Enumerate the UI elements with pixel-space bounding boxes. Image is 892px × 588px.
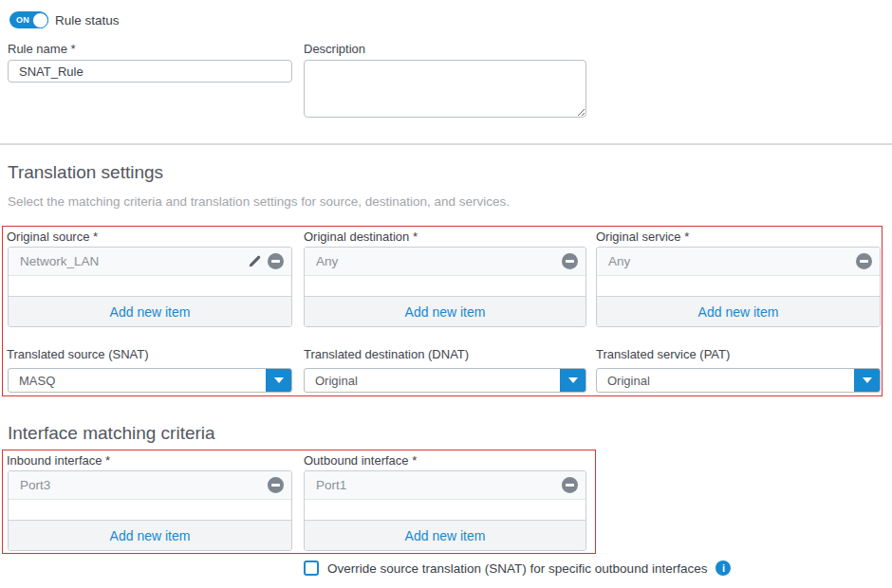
list-item: Network_LAN [9, 248, 291, 276]
interface-matching-heading: Interface matching criteria [8, 423, 215, 444]
outbound-interface-listbox: Port1 Add new item [304, 470, 586, 551]
add-new-item-label: Add new item [698, 304, 779, 320]
chevron-down-icon[interactable] [266, 369, 291, 392]
list-item-label: Any [608, 254, 856, 268]
description-field[interactable] [304, 60, 586, 118]
rule-status-label: Rule status [55, 13, 120, 28]
rule-name-label: Rule name * [8, 42, 76, 56]
list-item-label: Port3 [20, 478, 268, 492]
list-item: Port1 [305, 471, 585, 500]
override-snat-checkbox[interactable] [304, 560, 319, 576]
translated-service-value: Original [597, 374, 854, 388]
remove-icon[interactable] [268, 253, 284, 269]
add-new-item-label: Add new item [110, 304, 191, 320]
original-destination-label: Original destination * [304, 230, 418, 244]
snat-rule-form: ON Rule status Rule name * Description T… [0, 0, 892, 588]
add-new-item-button[interactable]: Add new item [597, 296, 880, 326]
translated-destination-select[interactable]: Original [304, 368, 586, 393]
rule-status-row: ON Rule status [9, 11, 120, 28]
rule-name-field[interactable] [8, 60, 292, 83]
info-icon[interactable]: i [715, 560, 731, 576]
original-source-listbox: Network_LAN Add new item [8, 247, 292, 327]
translated-service-label: Translated service (PAT) [596, 347, 730, 361]
listbox-empty-area [597, 276, 880, 296]
remove-icon[interactable] [268, 477, 284, 493]
rule-status-toggle[interactable]: ON [9, 11, 48, 28]
remove-icon[interactable] [562, 477, 578, 493]
original-service-listbox: Any Add new item [596, 247, 881, 327]
description-label: Description [304, 42, 365, 56]
listbox-empty-area [9, 276, 291, 296]
outbound-interface-label: Outbound interface * [304, 453, 417, 468]
toggle-knob [32, 12, 48, 28]
add-new-item-label: Add new item [405, 304, 486, 320]
original-destination-listbox: Any Add new item [304, 247, 586, 327]
inbound-interface-listbox: Port3 Add new item [8, 470, 292, 551]
remove-icon[interactable] [562, 253, 578, 269]
translated-service-select[interactable]: Original [596, 368, 881, 393]
original-source-label: Original source * [7, 230, 98, 244]
listbox-empty-area [305, 500, 585, 520]
translation-settings-heading: Translation settings [8, 162, 163, 183]
translated-source-value: MASQ [9, 374, 266, 388]
override-snat-row: Override source translation (SNAT) for s… [304, 560, 731, 576]
override-snat-label: Override source translation (SNAT) for s… [327, 561, 707, 576]
translation-settings-subtitle: Select the matching criteria and transla… [8, 194, 510, 209]
toggle-on-label: ON [16, 15, 29, 25]
list-item: Any [597, 248, 880, 276]
add-new-item-button[interactable]: Add new item [9, 296, 291, 326]
add-new-item-button[interactable]: Add new item [305, 520, 585, 550]
list-item-label: Port1 [316, 478, 562, 492]
list-item: Port3 [9, 471, 291, 500]
translated-destination-label: Translated destination (DNAT) [304, 347, 469, 361]
listbox-empty-area [9, 500, 291, 520]
section-divider [0, 143, 892, 145]
list-item-label: Network_LAN [20, 254, 247, 268]
list-item-label: Any [316, 254, 562, 268]
chevron-down-icon[interactable] [854, 369, 880, 392]
remove-icon[interactable] [856, 253, 872, 269]
listbox-empty-area [305, 276, 585, 296]
list-item: Any [305, 248, 585, 276]
add-new-item-label: Add new item [110, 528, 191, 543]
add-new-item-button[interactable]: Add new item [9, 520, 291, 550]
inbound-interface-label: Inbound interface * [7, 453, 110, 468]
edit-pencil-icon[interactable] [247, 254, 262, 269]
chevron-down-icon[interactable] [560, 369, 585, 392]
translated-destination-value: Original [305, 374, 560, 388]
translated-source-label: Translated source (SNAT) [7, 347, 149, 361]
translated-source-select[interactable]: MASQ [8, 368, 292, 393]
add-new-item-button[interactable]: Add new item [305, 296, 585, 326]
original-service-label: Original service * [596, 230, 689, 244]
add-new-item-label: Add new item [405, 528, 486, 543]
